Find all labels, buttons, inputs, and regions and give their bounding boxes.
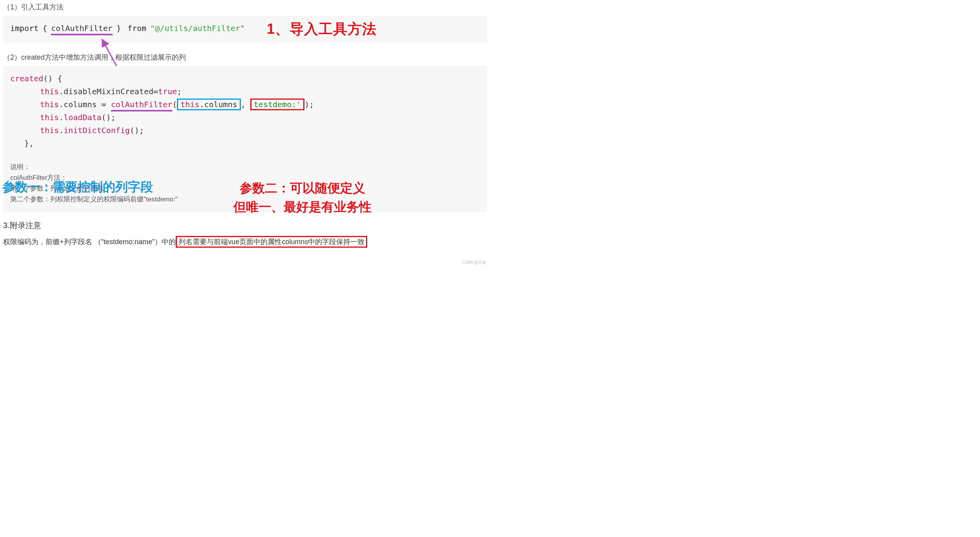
annotation-param1: 参数一：需要控制的列字段 (2, 179, 153, 196)
line2-rp: ); (304, 100, 314, 109)
arg2-box: testdemo:' (250, 99, 304, 110)
keyword-from: from (128, 24, 146, 33)
this-kw: this (40, 87, 59, 96)
import-path-string: "@/utils/authFilter" (150, 24, 245, 33)
step1-title: （1）引入工具方法 (3, 2, 487, 12)
line2-lp: ( (172, 100, 177, 109)
line4-end: (); (130, 126, 144, 135)
colauthfilter-call: colAuthFilter (111, 100, 173, 111)
initdictconfig-fn: initDictConfig (64, 126, 130, 135)
import-line: import { colAuthFilter } from "@/utils/a… (10, 24, 480, 35)
line1-semi: ; (177, 87, 182, 96)
annotation-param2-l1: 参数二：可以随便定义 (233, 179, 372, 197)
this-kw-2: this (40, 100, 59, 109)
code-block-1: import { colAuthFilter } from "@/utils/a… (3, 16, 487, 43)
created-parens: () { (43, 74, 62, 83)
line2-cols: .columns = (59, 100, 111, 109)
created-identifier: created (10, 74, 43, 83)
footer-line: 权限编码为，前缀+列字段名 （"testdemo:name"）中的列名需要与前端… (3, 237, 487, 247)
true-value: true (158, 87, 177, 96)
arg2-testdemo: testdemo:' (254, 100, 301, 109)
line2-comma: , (241, 100, 246, 109)
code-line-3: this.loadData(); (10, 111, 480, 124)
annotation-param2: 参数二：可以随便定义 但唯一、最好是有业务性 (233, 179, 372, 216)
arg1-columns: .columns (199, 100, 237, 109)
line3-end: (); (102, 113, 116, 122)
step2-title: （2）created方法中增加方法调用，根据权限过滤展示的列 (3, 53, 487, 62)
this-kw-arg: this (180, 100, 199, 109)
loaddata-fn: loadData (64, 113, 101, 122)
code-line-2: this.columns = colAuthFilter(this.column… (10, 98, 480, 111)
arg1-box: this.columns (177, 99, 241, 110)
brace-close: } (117, 24, 121, 33)
this-kw-3: this (40, 113, 59, 122)
this-kw-4: this (40, 126, 59, 135)
appendix-title: 3.附录注意 (3, 220, 487, 231)
code-line-created: created() { (10, 72, 480, 85)
brace-open: { (42, 24, 47, 33)
notes-l1: 说明： (10, 162, 480, 172)
keyword-import: import (10, 24, 38, 33)
footer-pre: 权限编码为，前缀+列字段名 （"testdemo:name"）中的 (3, 238, 176, 246)
footer-box: 列名需要与前端vue页面中的属性columns中的字段保持一致 (176, 236, 367, 248)
line1-mid: .disableMixinCreated= (59, 87, 158, 96)
line4-dot: . (59, 126, 64, 135)
annotation-1: 1、导入工具方法 (267, 20, 377, 39)
line3-dot: . (59, 113, 64, 122)
code-line-4: this.initDictConfig(); (10, 124, 480, 137)
annotation-param2-l2: 但唯一、最好是有业务性 (233, 197, 372, 216)
identifier-colauthfilter: colAuthFilter (51, 24, 113, 35)
code-line-close: }, (10, 137, 480, 150)
watermark: CSDN @宜春 (462, 260, 486, 265)
code-line-1: this.disableMixinCreated=true; (10, 85, 480, 98)
